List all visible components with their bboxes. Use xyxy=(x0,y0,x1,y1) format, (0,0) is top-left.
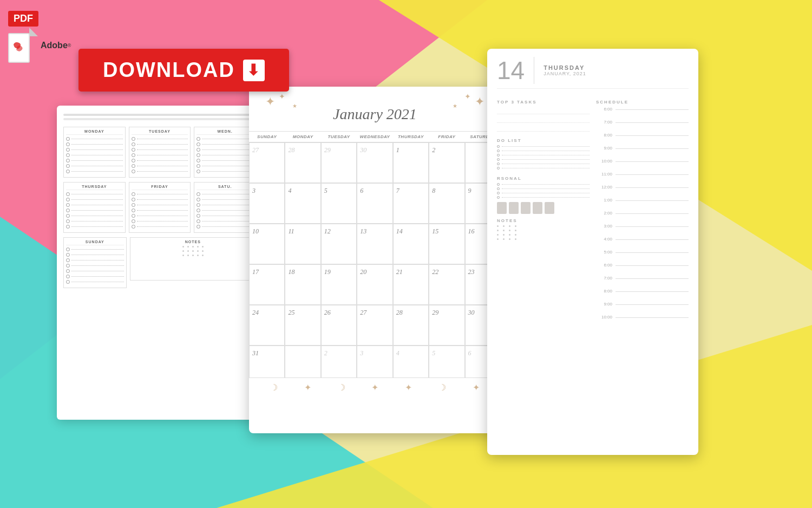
cal-cell: 4 xyxy=(285,183,320,224)
task-row xyxy=(132,148,188,152)
task-row xyxy=(66,258,124,262)
todo-item xyxy=(497,145,590,148)
daily-month-year: JANUARY, 2021 xyxy=(543,71,586,76)
time-200: 2:00 xyxy=(596,211,612,216)
header-line-1 xyxy=(63,114,256,116)
task-row xyxy=(132,137,188,141)
todo-item xyxy=(497,154,590,157)
calendar-header: ✦ ✦ ★ ✦ ✦ ★ January 2021 xyxy=(249,87,501,131)
daily-header: 14 THURSDAY JANUARY, 2021 xyxy=(497,57,689,89)
task-row xyxy=(66,148,123,152)
todo-item xyxy=(497,158,590,161)
footer-deco-6: ☽ xyxy=(438,382,446,393)
monthly-calendar-card: ✦ ✦ ★ ✦ ✦ ★ January 2021 SUNDAY MONDAY T… xyxy=(249,87,501,433)
task-row xyxy=(66,192,123,196)
tuesday-label: TUESDAY xyxy=(132,129,188,135)
cal-cell: 18 xyxy=(285,264,320,305)
task-row xyxy=(132,170,188,173)
day-name-sun: SUNDAY xyxy=(249,132,285,142)
cal-date-30: 30 xyxy=(468,309,475,316)
schedule-item-1000b: 10:00 xyxy=(596,315,689,327)
time-300: 3:00 xyxy=(596,224,612,229)
deco-star-left: ✦ xyxy=(265,95,275,109)
task-row xyxy=(66,225,123,229)
day-col-thursday: THURSDAY xyxy=(63,182,126,233)
monday-label: MONDAY xyxy=(66,129,123,135)
cal-date-22: 22 xyxy=(432,268,438,276)
task-row xyxy=(197,192,253,196)
personal-item xyxy=(497,187,590,190)
cal-cell: 8 xyxy=(429,183,464,224)
thursday-label: THURSDAY xyxy=(66,185,123,190)
friday-label: FRIDAY xyxy=(132,185,188,190)
personal-item xyxy=(497,192,590,194)
tracker-box xyxy=(521,202,531,214)
time-900b: 9:00 xyxy=(596,302,612,307)
cal-cell: 27 xyxy=(357,305,392,346)
deco-star-right2: ✦ xyxy=(464,92,471,101)
do-list-title: DO LIST xyxy=(497,138,590,143)
task-row xyxy=(197,137,253,141)
cal-date-29-prev: 29 xyxy=(324,146,331,154)
task-row xyxy=(197,209,253,212)
schedule-item-300: 3:00 xyxy=(596,224,689,236)
notes-title: NOTES xyxy=(497,218,590,223)
calendar-footer: ☽ ✦ ☽ ✦ ✦ ☽ ✦ xyxy=(249,378,501,397)
download-button[interactable]: DOWNLOAD ⬇ xyxy=(78,49,289,92)
schedule-item-1100: 11:00 xyxy=(596,172,689,184)
task-line-3 xyxy=(497,124,590,132)
cal-date-1: 1 xyxy=(396,146,400,154)
todo-item xyxy=(497,162,590,165)
cal-cell: 3 xyxy=(357,346,392,378)
schedule-item-1000: 10:00 xyxy=(596,159,689,171)
cal-date-7: 7 xyxy=(396,187,400,194)
deco-star-right: ✦ xyxy=(475,95,484,109)
task-row xyxy=(66,264,124,268)
day-name-mon: MONDAY xyxy=(285,132,320,142)
week-row-2: THURSDAY FRIDAY SATU. xyxy=(63,182,256,233)
schedule-list: 6:00 7:00 8:00 9:00 10:00 11:00 12:00 1:… xyxy=(596,107,689,328)
task-line-2 xyxy=(497,115,590,123)
schedule-item-500: 5:00 xyxy=(596,250,689,262)
saturday-label: SATU. xyxy=(197,185,253,190)
task-row xyxy=(66,214,123,218)
cal-date-9: 9 xyxy=(468,187,472,194)
notes-dots xyxy=(497,238,590,240)
task-row xyxy=(132,225,188,229)
pdf-corner xyxy=(29,28,38,36)
task-row xyxy=(66,159,123,162)
time-800b: 8:00 xyxy=(596,289,612,294)
cal-date-16: 16 xyxy=(468,227,475,235)
daily-date-info: THURSDAY JANUARY, 2021 xyxy=(543,64,586,76)
cal-date-2-next: 2 xyxy=(324,349,328,357)
time-800: 8:00 xyxy=(596,133,612,138)
cal-cell: 15 xyxy=(429,224,464,264)
task-row xyxy=(197,198,253,201)
schedule-item-700b: 7:00 xyxy=(596,276,689,288)
cal-cell: 13 xyxy=(357,224,392,264)
cal-cell: 5 xyxy=(429,346,464,378)
header-divider xyxy=(534,57,534,84)
task-row xyxy=(132,209,188,212)
time-700: 7:00 xyxy=(596,120,612,125)
cal-cell: 1 xyxy=(393,142,429,183)
calendar-grid: 27 28 29 30 1 2 ✦ 3 4 5 6 7 8 9 10 11 12… xyxy=(249,142,501,378)
task-row xyxy=(66,248,124,251)
cal-date-5-next: 5 xyxy=(432,349,435,357)
cal-date-28-prev: 28 xyxy=(288,146,294,154)
task-row xyxy=(132,219,188,223)
tracker-box xyxy=(533,202,542,214)
registered-mark: ® xyxy=(68,43,71,48)
day-name-thu: THURSDAY xyxy=(393,132,429,142)
calendar-day-names: SUNDAY MONDAY TUESDAY WEDNESDAY THURSDAY… xyxy=(249,131,501,142)
sunday-label: SUNDAY xyxy=(66,240,124,245)
task-row xyxy=(66,280,124,284)
deco-star-right3: ★ xyxy=(453,103,457,109)
cal-date-27-prev: 27 xyxy=(252,146,259,154)
personal-title: RSONAL xyxy=(497,176,590,181)
download-arrow-icon: ⬇ xyxy=(243,60,265,81)
schedule-item-600: 6:00 xyxy=(596,107,689,119)
schedule-item-200: 2:00 xyxy=(596,211,689,223)
cal-date-28: 28 xyxy=(396,309,403,316)
daily-planner-card: 14 THURSDAY JANUARY, 2021 TOP 3 TASKS DO… xyxy=(487,49,698,455)
